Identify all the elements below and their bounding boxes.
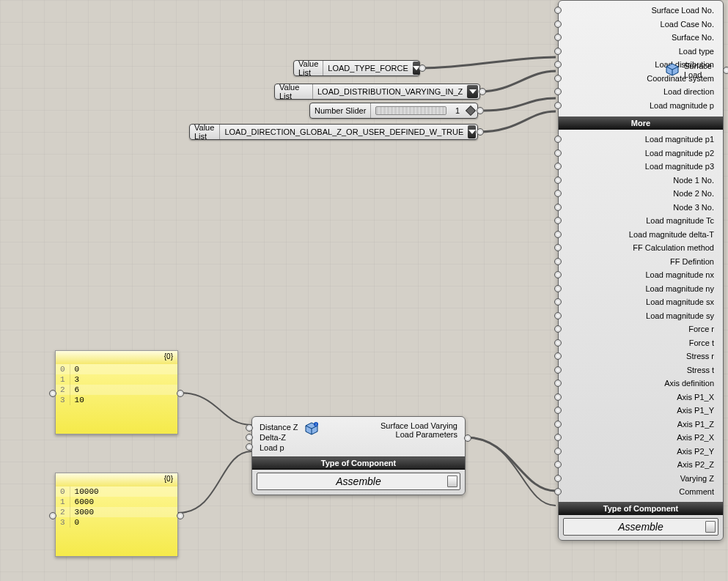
type-bar: Type of Component	[559, 502, 723, 515]
input-port[interactable]	[554, 177, 562, 184]
input-port[interactable]	[554, 102, 562, 109]
input-port[interactable]	[246, 424, 253, 432]
value-list-value: LOAD_DIRECTION_GLOBAL_Z_OR_USER_DEFINED_…	[220, 127, 468, 136]
input-port[interactable]	[554, 434, 562, 441]
param-label: FF Calculation method	[633, 243, 714, 252]
input-port[interactable]	[554, 488, 562, 495]
param-label: Node 3 No.	[673, 203, 714, 212]
number-slider[interactable]: Number Slider 1	[309, 103, 478, 119]
input-port[interactable]	[554, 204, 562, 211]
input-port[interactable]	[554, 149, 562, 157]
diamond-icon	[466, 106, 476, 116]
value-list-label: Value List	[190, 125, 220, 139]
input-port[interactable]	[246, 443, 253, 451]
input-port[interactable]	[554, 271, 562, 278]
component-icon	[665, 62, 680, 78]
input-port[interactable]	[554, 75, 562, 82]
panel-table: 010000 16000 23000 30	[56, 486, 177, 528]
output-port[interactable]	[177, 390, 184, 397]
input-port[interactable]	[554, 190, 562, 197]
surface-load-component[interactable]: Surface Load No. Load Case No. Surface N…	[558, 0, 724, 541]
value-list-load-type[interactable]: Value List LOAD_TYPE_FORCE	[293, 60, 420, 76]
slider-label: Number Slider	[310, 103, 371, 118]
param-label: Load magnitude ny	[645, 284, 714, 293]
input-port[interactable]	[554, 380, 562, 387]
input-port[interactable]	[554, 21, 562, 28]
assemble-button[interactable]: Assemble	[563, 518, 718, 536]
input-port[interactable]	[554, 163, 562, 170]
input-port[interactable]	[554, 88, 562, 95]
param-label: Load magnitude p3	[645, 162, 714, 171]
input-port[interactable]	[554, 258, 562, 265]
input-port[interactable]	[554, 366, 562, 374]
input-port[interactable]	[554, 393, 562, 401]
input-port[interactable]	[49, 390, 56, 397]
value-list-load-distribution[interactable]: Value List LOAD_DISTRIBUTION_VARYING_IN_…	[274, 84, 480, 100]
input-port[interactable]	[554, 461, 562, 468]
output-port[interactable]	[419, 64, 426, 72]
input-port[interactable]	[554, 136, 562, 143]
input-port[interactable]	[554, 217, 562, 224]
param-label: Varying Z	[680, 474, 714, 483]
value-list-label: Value List	[294, 61, 323, 75]
param-label: Load magnitude sy	[646, 311, 714, 320]
output-label: Surface Load Varying Load Parameters	[362, 421, 457, 439]
param-label: Surface Load No.	[651, 6, 714, 15]
input-port[interactable]	[554, 421, 562, 428]
value-list-value: LOAD_TYPE_FORCE	[323, 64, 412, 73]
output-port[interactable]	[177, 512, 184, 519]
type-bar: Type of Component	[252, 456, 465, 470]
output-port[interactable]	[723, 67, 728, 74]
input-port[interactable]	[49, 512, 56, 519]
param-label: Axis P1_Y	[677, 406, 714, 415]
input-port[interactable]	[246, 434, 253, 441]
surface-load-varying-component[interactable]: Distance Z Delta-Z Load p i Surface Load…	[251, 416, 466, 495]
data-panel-1[interactable]: {0} 00 13 26 310	[55, 350, 178, 434]
value-list-load-direction[interactable]: Value List LOAD_DIRECTION_GLOBAL_Z_OR_US…	[189, 124, 478, 140]
output-label: Surface Load	[684, 62, 724, 79]
param-label: Load magnitude nx	[645, 270, 714, 279]
param-label: Load direction	[663, 87, 714, 96]
param-label: Axis P2_X	[677, 433, 714, 442]
output-port[interactable]	[464, 434, 471, 442]
input-port[interactable]	[554, 325, 562, 333]
param-label: Axis P1_X	[677, 393, 714, 401]
param-label: Load magnitude delta-T	[629, 230, 714, 239]
canvas[interactable]: Value List LOAD_TYPE_FORCE Value List LO…	[0, 0, 728, 581]
output-port[interactable]	[477, 107, 484, 114]
input-port[interactable]	[554, 244, 562, 251]
input-port[interactable]	[554, 231, 562, 238]
param-label: Load magnitude Tc	[646, 216, 714, 225]
svg-text:i: i	[315, 422, 316, 426]
param-label: Comment	[679, 487, 714, 496]
chevron-down-icon[interactable]	[467, 85, 478, 98]
more-inputs-section: Load magnitude p1 Load magnitude p2 Load…	[559, 130, 723, 502]
input-port[interactable]	[554, 475, 562, 482]
input-port[interactable]	[554, 7, 562, 14]
param-label: Node 2 No.	[673, 189, 714, 198]
input-port[interactable]	[554, 61, 562, 68]
more-bar: More	[559, 116, 723, 130]
output-port[interactable]	[477, 128, 484, 136]
input-port[interactable]	[554, 352, 562, 360]
param-label: Stress t	[687, 366, 714, 374]
input-port[interactable]	[554, 298, 562, 306]
param-label: Load magnitude sx	[646, 297, 714, 306]
param-label: Node 1 No.	[673, 176, 714, 185]
output-section: Surface Load	[663, 59, 724, 81]
input-port[interactable]	[554, 285, 562, 292]
input-port[interactable]	[554, 448, 562, 455]
input-port[interactable]	[554, 34, 562, 41]
value-list-value: LOAD_DISTRIBUTION_VARYING_IN_Z	[313, 87, 467, 96]
chevron-down-icon[interactable]	[468, 125, 476, 138]
assemble-button[interactable]: Assemble	[257, 473, 460, 490]
panel-branch: {0}	[164, 352, 173, 363]
input-port[interactable]	[554, 312, 562, 319]
param-label: Load type	[679, 47, 714, 56]
data-panel-2[interactable]: {0} 010000 16000 23000 30	[55, 473, 178, 557]
input-port[interactable]	[554, 48, 562, 55]
output-port[interactable]	[479, 88, 486, 95]
input-port[interactable]	[554, 339, 562, 347]
slider-track[interactable]	[375, 106, 446, 115]
input-port[interactable]	[554, 407, 562, 414]
